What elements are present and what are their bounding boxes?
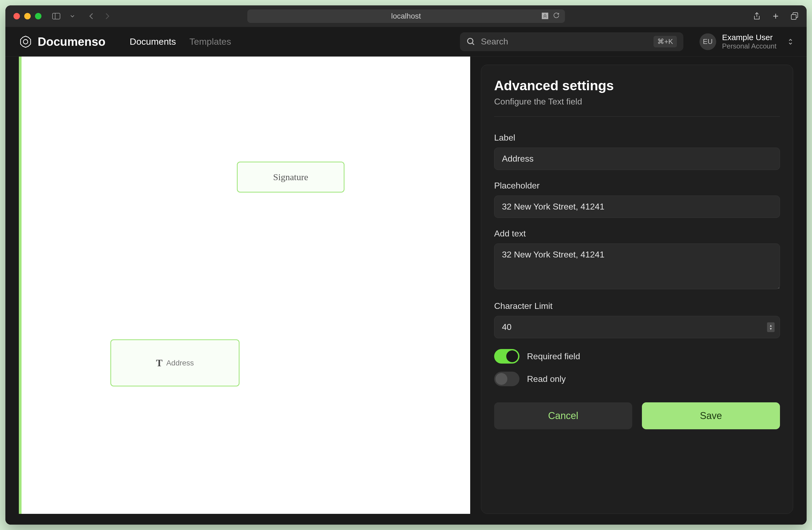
close-window-button[interactable] bbox=[13, 13, 20, 19]
browser-nav-buttons bbox=[87, 12, 112, 20]
readonly-toggle-label: Read only bbox=[527, 374, 566, 384]
panel-subtitle: Configure the Text field bbox=[494, 97, 780, 107]
brand-name: Documenso bbox=[38, 35, 105, 48]
document-page[interactable]: Signature T Address bbox=[21, 57, 470, 514]
placeholder-field-label: Placeholder bbox=[494, 181, 780, 191]
advanced-settings-panel: Advanced settings Configure the Text fie… bbox=[481, 65, 793, 514]
svg-line-7 bbox=[472, 43, 474, 45]
app-header: Documenso Documents Templates Search ⌘+K… bbox=[5, 27, 807, 57]
svg-point-6 bbox=[467, 38, 473, 44]
user-menu[interactable]: EU Example User Personal Account bbox=[699, 33, 793, 50]
text-type-icon: T bbox=[156, 357, 162, 369]
user-account: Personal Account bbox=[722, 42, 777, 50]
add-text-input[interactable] bbox=[494, 243, 780, 289]
address-field-label: Address bbox=[166, 359, 194, 367]
url-bar[interactable]: localhost 🅰 bbox=[247, 10, 565, 23]
char-limit-field-label: Character Limit bbox=[494, 301, 780, 311]
sidebar-icon[interactable] bbox=[52, 12, 60, 20]
label-input[interactable] bbox=[494, 148, 780, 170]
search-shortcut: ⌘+K bbox=[653, 36, 677, 47]
number-spinner[interactable]: ▲ ▼ bbox=[767, 322, 774, 332]
titlebar-left-icons bbox=[52, 12, 76, 20]
tabs-icon[interactable] bbox=[791, 12, 799, 20]
browser-titlebar: localhost 🅰 bbox=[5, 5, 807, 27]
add-text-field-label: Add text bbox=[494, 229, 780, 239]
translate-icon[interactable]: 🅰 bbox=[542, 12, 548, 20]
save-button[interactable]: Save bbox=[642, 402, 780, 429]
readonly-toggle[interactable] bbox=[494, 372, 520, 386]
char-limit-input[interactable] bbox=[494, 316, 780, 338]
document-area: Signature T Address bbox=[5, 57, 481, 525]
share-icon[interactable] bbox=[753, 12, 761, 20]
signature-field[interactable]: Signature bbox=[237, 162, 345, 193]
user-name: Example User bbox=[722, 33, 777, 42]
search-placeholder: Search bbox=[481, 37, 648, 46]
svg-point-5 bbox=[24, 39, 28, 44]
cancel-button[interactable]: Cancel bbox=[494, 402, 632, 429]
search-bar[interactable]: Search ⌘+K bbox=[460, 32, 683, 51]
nav-templates[interactable]: Templates bbox=[189, 36, 231, 47]
chevron-down-icon[interactable] bbox=[68, 12, 76, 20]
titlebar-right-icons bbox=[753, 12, 799, 20]
spinner-down-icon[interactable]: ▼ bbox=[769, 327, 772, 331]
address-field[interactable]: T Address bbox=[110, 339, 240, 387]
new-tab-icon[interactable] bbox=[772, 12, 780, 20]
app-window: localhost 🅰 bbox=[5, 5, 807, 525]
url-text: localhost bbox=[391, 12, 421, 20]
brand-logo-icon bbox=[19, 35, 32, 48]
reload-icon[interactable] bbox=[553, 12, 560, 20]
traffic-lights bbox=[13, 13, 41, 19]
doc-accent-strip bbox=[19, 57, 21, 514]
user-menu-chevron-icon bbox=[788, 38, 793, 45]
back-button[interactable] bbox=[87, 12, 95, 20]
search-icon bbox=[466, 37, 476, 46]
brand[interactable]: Documenso bbox=[19, 35, 105, 48]
nav-links: Documents Templates bbox=[130, 36, 231, 47]
svg-rect-0 bbox=[53, 13, 60, 19]
signature-field-label: Signature bbox=[273, 172, 308, 182]
panel-title: Advanced settings bbox=[494, 78, 780, 94]
required-toggle[interactable] bbox=[494, 349, 520, 364]
placeholder-input[interactable] bbox=[494, 196, 780, 218]
avatar: EU bbox=[699, 33, 716, 50]
svg-rect-4 bbox=[791, 15, 796, 19]
label-field-label: Label bbox=[494, 133, 780, 143]
maximize-window-button[interactable] bbox=[35, 13, 41, 19]
main-content: Signature T Address Advanced settings Co… bbox=[5, 57, 807, 525]
forward-button[interactable] bbox=[103, 12, 112, 20]
nav-documents[interactable]: Documents bbox=[130, 36, 176, 47]
required-toggle-label: Required field bbox=[527, 351, 580, 361]
minimize-window-button[interactable] bbox=[24, 13, 31, 19]
